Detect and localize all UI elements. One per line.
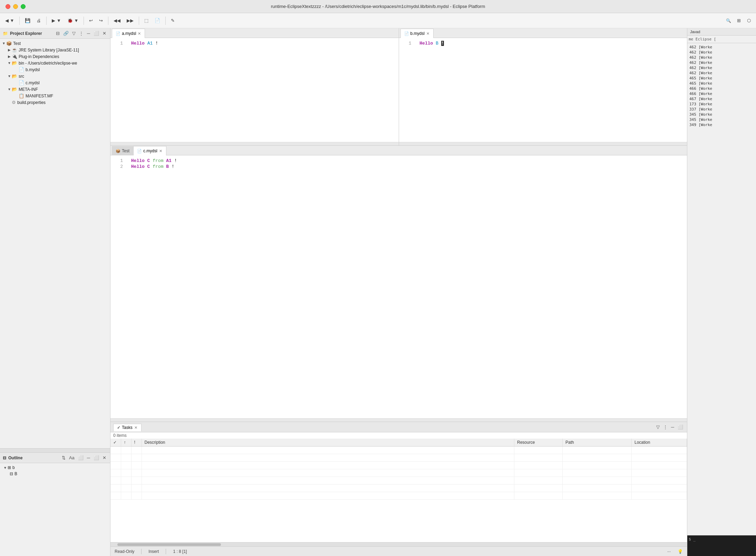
toolbar-back[interactable]: ◀ ▼ — [3, 17, 17, 25]
cursor-position: 1 : 8 [1] — [173, 549, 187, 554]
tree-item-src[interactable]: ▼ 📂 src — [0, 73, 110, 79]
outline-hide-fields[interactable]: ⬜ — [77, 455, 85, 461]
tree-label: bin - /Users/cdietrich/eclipse-we — [19, 61, 77, 66]
toolbar-open-type[interactable]: ⬚ — [142, 17, 151, 25]
log-line: 462 [Worke — [689, 50, 755, 55]
filter-button[interactable]: ▽ — [71, 30, 77, 36]
tasks-tab[interactable]: ✓ Tasks ✕ — [113, 424, 142, 431]
status-dot-menu[interactable]: ··· — [667, 549, 671, 554]
link-editor-button[interactable]: 🔗 — [62, 30, 70, 36]
expand-arrow: ▶ — [7, 55, 12, 58]
outline-maximize[interactable]: ⬜ — [93, 455, 100, 461]
col-excl-header[interactable]: ! — [131, 439, 142, 447]
tab-cmydsl[interactable]: 📄 c.mydsl ✕ — [133, 146, 166, 155]
toolbar-perspectives[interactable]: ⊞ — [735, 17, 743, 25]
tree-label: META-INF — [19, 87, 38, 92]
col-up-header[interactable]: ↑ — [121, 439, 131, 447]
col-resource-header[interactable]: Resource — [514, 439, 563, 447]
tree-item-metainf[interactable]: ▼ 📂 META-INF — [0, 86, 110, 93]
tree-item-jre[interactable]: ▶ ☕ JRE System Library [JavaSE-11] — [0, 47, 110, 53]
tree-label: JRE System Library [JavaSE-11] — [19, 48, 79, 52]
status-light-icon: 💡 — [678, 549, 683, 554]
tab-amydsl[interactable]: 📄 a.mydsl ✕ — [112, 29, 145, 38]
right-panel-tab[interactable]: Javad — [687, 28, 756, 36]
tasks-maximize-button[interactable]: ⬜ — [677, 424, 684, 430]
maximize-panel-button[interactable]: ⬜ — [93, 30, 100, 36]
outline-title: ⊟ Outline — [3, 456, 22, 460]
tasks-options-button[interactable]: ⋮ — [662, 424, 669, 430]
collapse-all-button[interactable]: ⊟ — [55, 30, 61, 36]
editor-scrollbar-b[interactable] — [399, 142, 687, 145]
tree-item-cmydsl[interactable]: 📄 c.mydsl — [0, 79, 110, 86]
editor-pane-b: 📄 b.mydsl ✕ 1 Hello B ! — [399, 28, 687, 145]
outline-tree[interactable]: ▼ ⊞ b ⊟ B — [0, 463, 110, 478]
toolbar-prev-annotation[interactable]: ◀◀ — [111, 17, 123, 25]
outline-item-B[interactable]: ⊟ B — [0, 471, 110, 477]
toolbar-sep-3 — [84, 17, 84, 25]
tree-item-bmydsl[interactable]: 📄 b.mydsl — [0, 66, 110, 73]
status-bar: Read-Only Insert 1 : 8 [1] ··· 💡 — [110, 546, 687, 556]
minimize-button[interactable] — [13, 4, 18, 9]
toolbar-debug[interactable]: 🐞 ▼ — [65, 17, 81, 25]
tab-bar-b: 📄 b.mydsl ✕ — [399, 28, 687, 38]
tasks-close-button[interactable]: ✕ — [134, 425, 138, 430]
toolbar-next-annotation[interactable]: ▶▶ — [124, 17, 136, 25]
toolbar-save[interactable]: 💾 — [22, 17, 33, 25]
col-path-header[interactable]: Path — [563, 439, 632, 447]
table-row — [110, 485, 687, 492]
tab-close-button[interactable]: ✕ — [137, 31, 141, 36]
col-check-header[interactable]: ✓ — [110, 439, 121, 447]
toolbar-views[interactable]: ⬡ — [745, 17, 753, 25]
editor-content-c[interactable]: 1 Hello C from A1 ! 2 Hello C from B ! — [110, 155, 687, 418]
code-text: A1 — [166, 158, 172, 163]
toolbar-open-resource[interactable]: 📄 — [152, 17, 163, 25]
view-menu-button[interactable]: ⋮ — [78, 30, 85, 36]
tree-item-manifest[interactable]: 📋 MANIFEST.MF — [0, 93, 110, 99]
line-number: 2 — [115, 164, 123, 169]
editor-scrollbar-a[interactable] — [110, 142, 399, 145]
outline-close[interactable]: ✕ — [101, 455, 107, 461]
folder-icon: 📂 — [12, 74, 17, 79]
project-tree-scrollbar[interactable] — [0, 448, 110, 452]
tree-item-bin[interactable]: ▼ 📂 bin - /Users/cdietrich/eclipse-we — [0, 60, 110, 66]
toolbar-print[interactable]: 🖨 — [34, 17, 43, 25]
tree-item-plugins[interactable]: ▶ 🔌 Plug-in Dependencies — [0, 53, 110, 60]
file-icon: 📄 — [19, 67, 24, 72]
tasks-h-scrollbar[interactable] — [110, 542, 687, 546]
editor-content-a[interactable]: 1 Hello A1 ! — [110, 38, 399, 142]
maximize-button[interactable] — [21, 4, 26, 9]
terminal-panel[interactable]: $ _ — [687, 535, 756, 556]
tasks-minimize-button[interactable]: ─ — [670, 424, 675, 430]
editor-content-b[interactable]: 1 Hello B ! — [399, 38, 687, 142]
tree-item-test[interactable]: ▼ 📦 Test — [0, 40, 110, 47]
folder-icon: 🔌 — [12, 54, 17, 59]
tasks-filter-button[interactable]: ▽ — [655, 424, 661, 430]
search-button[interactable]: 🔍 — [724, 16, 733, 26]
close-button[interactable] — [6, 4, 10, 9]
outline-sort-alpha[interactable]: ⇅ — [61, 455, 67, 461]
outline-sort-type[interactable]: Aa — [68, 455, 76, 461]
editor-top-row: 📄 a.mydsl ✕ 1 Hello A1 ! — [110, 28, 687, 146]
toolbar-run[interactable]: ▶ ▼ — [49, 17, 63, 25]
tab-bmydsl[interactable]: 📄 b.mydsl ✕ — [400, 29, 434, 38]
toolbar-prev-edit[interactable]: ↩ — [87, 17, 95, 25]
outline-item-b[interactable]: ▼ ⊞ b — [0, 464, 110, 471]
toolbar-sep-4 — [108, 17, 108, 25]
minimize-panel-button[interactable]: ─ — [86, 30, 91, 36]
tab-test[interactable]: 📦 Test — [112, 146, 133, 155]
code-line-1: 1 Hello B ! — [403, 41, 683, 46]
project-tree[interactable]: ▼ 📦 Test ▶ ☕ JRE System Library [JavaSE-… — [0, 39, 110, 448]
close-panel-button[interactable]: ✕ — [101, 30, 107, 36]
tree-item-buildprops[interactable]: ⚙ build.properties — [0, 99, 110, 106]
toolbar-next-edit[interactable]: ↪ — [97, 17, 105, 25]
col-location-header[interactable]: Location — [632, 439, 687, 447]
toolbar-annotate[interactable]: ✎ — [168, 17, 177, 25]
tasks-header: ✓ Tasks ✕ ▽ ⋮ ─ ⬜ — [110, 422, 687, 432]
outline-minimize[interactable]: ─ — [86, 455, 91, 461]
col-desc-header[interactable]: Description — [142, 439, 514, 447]
expand-arrow: ▼ — [7, 61, 12, 65]
editor-scrollbar-c[interactable] — [110, 418, 687, 422]
tab-close-button[interactable]: ✕ — [159, 149, 163, 153]
tab-close-button[interactable]: ✕ — [426, 31, 430, 36]
right-panel-log: 462 [Worke 462 [Worke 462 [Worke 462 [Wo… — [687, 43, 756, 535]
